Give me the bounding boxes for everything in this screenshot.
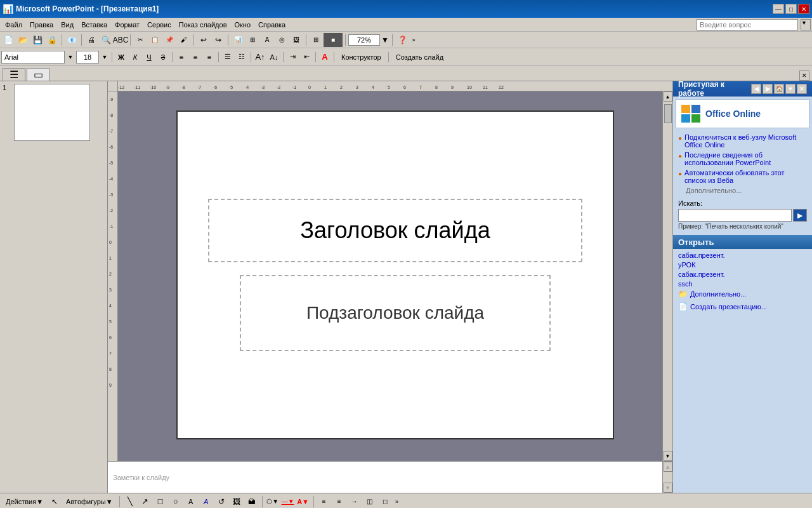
insert-diagram-btn[interactable]: ◎ <box>275 33 289 47</box>
menu-edit[interactable]: Правка <box>26 20 57 30</box>
menu-help[interactable]: Справка <box>254 20 289 30</box>
font-dropdown[interactable]: ▼ <box>66 50 75 64</box>
numbering-btn[interactable]: ☷ <box>235 51 248 64</box>
file-item-0[interactable]: сабак.презент. <box>678 251 807 259</box>
close-button[interactable]: ✕ <box>798 4 809 14</box>
slide-canvas-area[interactable]: Заголовок слайда Подзаголовок слайда ▲ ▼ <box>118 91 672 461</box>
insert-table-btn[interactable]: ⊞ <box>246 33 259 47</box>
help-btn[interactable]: ❓ <box>395 33 409 47</box>
cut-btn[interactable]: ✂ <box>133 33 147 47</box>
decrease-indent-btn[interactable]: ⇤ <box>300 51 313 64</box>
align-right-btn[interactable]: ≡ <box>203 51 216 64</box>
underline-btn[interactable]: Ч <box>143 51 155 64</box>
canvas-vscrollbar[interactable]: ▲ ▼ <box>662 91 672 461</box>
strikethrough-btn[interactable]: З <box>157 51 169 64</box>
arrow-tool[interactable]: ↗ <box>138 495 152 509</box>
new-btn[interactable]: 📄 <box>1 33 15 47</box>
insert-clip-btn[interactable]: 🖼 <box>289 33 303 47</box>
link-news[interactable]: ● Последние сведения об использовании Po… <box>678 151 807 166</box>
fill-effects-btn[interactable]: ⬡▼ <box>266 495 280 509</box>
font-color-btn[interactable]: A <box>318 51 331 64</box>
menu-insert[interactable]: Вставка <box>77 20 111 30</box>
line-style-btn[interactable]: ≡ <box>317 495 331 509</box>
panel-back-btn[interactable]: ◀ <box>751 84 761 94</box>
link-auto-update[interactable]: ● Автоматически обновлять этот список из… <box>678 169 807 184</box>
menu-tools[interactable]: Сервис <box>143 20 175 30</box>
panel-search-input[interactable] <box>678 209 792 222</box>
notes-scroll-down[interactable]: ▼ <box>664 483 672 493</box>
tab-slides-outline[interactable]: ☰ <box>3 68 25 81</box>
slide-thumbnail-item[interactable]: 1 <box>3 84 105 141</box>
zoom-input[interactable]: 72% <box>348 34 380 46</box>
email-btn[interactable]: 📧 <box>65 33 79 47</box>
constructor-btn[interactable]: Конструктор <box>337 51 386 64</box>
line-color-btn[interactable]: —▼ <box>281 495 295 509</box>
file-item-3[interactable]: ssch <box>678 280 807 288</box>
fontsize-dropdown[interactable]: ▼ <box>100 50 109 64</box>
insert-wordart-btn[interactable]: A <box>260 33 274 47</box>
file-item-2[interactable]: сабак.презент. <box>678 271 807 278</box>
spellcheck-btn[interactable]: ABC <box>114 33 128 47</box>
help-search-dropdown[interactable]: ▼ <box>801 19 811 30</box>
permission-btn[interactable]: 🔒 <box>45 33 59 47</box>
3d-btn[interactable]: ◻ <box>378 495 392 509</box>
panel-home-btn[interactable]: 🏠 <box>774 84 784 94</box>
scroll-thumb-v[interactable] <box>664 104 672 123</box>
format-painter-btn[interactable]: 🖌 <box>177 33 191 47</box>
print-btn[interactable]: 🖨 <box>84 33 98 47</box>
scroll-up-btn[interactable]: ▲ <box>664 91 672 102</box>
menu-slideshow[interactable]: Показ слайдов <box>175 20 231 30</box>
create-slide-btn[interactable]: Создать слайд <box>391 51 448 64</box>
shadow-btn[interactable]: ◫ <box>363 495 377 509</box>
maximize-button[interactable]: □ <box>785 4 797 14</box>
align-left-btn[interactable]: ≡ <box>175 51 188 64</box>
panel-search-button[interactable]: ▶ <box>793 209 807 222</box>
panel-close-x-btn[interactable]: ✕ <box>797 84 807 94</box>
insert-picture-btn[interactable]: 🏔 <box>245 495 259 509</box>
zoom-dropdown[interactable]: ▼ <box>381 33 390 47</box>
slide-title-textbox[interactable]: Заголовок слайда <box>208 199 582 262</box>
menu-file[interactable]: Файл <box>1 20 26 30</box>
increase-indent-btn[interactable]: ⇥ <box>286 51 299 64</box>
panel-close-btn[interactable]: ✕ <box>799 70 809 81</box>
rotate-tool[interactable]: ↺ <box>214 495 228 509</box>
link-connect[interactable]: ● Подключиться к веб-узлу Microsoft Offi… <box>678 133 807 149</box>
panel-collapse-btn[interactable]: ▼ <box>785 84 796 94</box>
line-width-btn[interactable]: ≡ <box>332 495 346 509</box>
help-search-input[interactable] <box>697 19 798 30</box>
color-scheme-btn[interactable]: ■ <box>324 33 343 47</box>
new-presentation-btn[interactable]: 📄 Создать презентацию... <box>673 300 812 314</box>
arrow-style-btn[interactable]: → <box>348 495 362 509</box>
wordart-tool[interactable]: A <box>199 495 213 509</box>
undo-btn[interactable]: ↩ <box>197 33 211 47</box>
open-btn[interactable]: 📂 <box>16 33 30 47</box>
autoshapes-dropdown[interactable]: Автофигуры ▼ <box>63 495 115 509</box>
rect-tool[interactable]: □ <box>154 495 167 509</box>
menu-format[interactable]: Формат <box>111 20 143 30</box>
folder-more-link[interactable]: 📁 Дополнительно... <box>678 290 807 298</box>
textbox-tool[interactable]: A <box>184 495 198 509</box>
redo-btn[interactable]: ↪ <box>211 33 225 47</box>
font-color-draw-btn[interactable]: A▼ <box>296 495 310 509</box>
show-grid-btn[interactable]: ⊞ <box>309 33 323 47</box>
minimize-button[interactable]: — <box>773 4 784 14</box>
menu-view[interactable]: Вид <box>57 20 77 30</box>
notes-scroll-up[interactable]: ▲ <box>664 462 672 472</box>
panel-forward-btn[interactable]: ▶ <box>763 84 773 94</box>
paste-btn[interactable]: 📌 <box>162 33 176 47</box>
bold-btn[interactable]: Ж <box>115 51 128 64</box>
file-item-1[interactable]: уРОК <box>678 261 807 269</box>
clipart-btn[interactable]: 🖼 <box>230 495 244 509</box>
align-center-btn[interactable]: ≡ <box>189 51 202 64</box>
bullets-btn[interactable]: ☰ <box>221 51 234 64</box>
tab-slides-view[interactable]: ▭ <box>27 68 49 81</box>
font-selector[interactable]: Arial <box>1 51 65 64</box>
decrease-font-btn[interactable]: A↓ <box>268 51 280 64</box>
slide-canvas[interactable]: Заголовок слайда Подзаголовок слайда <box>176 110 614 439</box>
preview-btn[interactable]: 🔍 <box>99 33 113 47</box>
toolbar-more-btn[interactable]: » <box>410 33 417 47</box>
notes-area[interactable]: Заметки к слайду ▲ ▼ <box>108 461 672 493</box>
italic-btn[interactable]: К <box>129 51 141 64</box>
save-btn[interactable]: 💾 <box>30 33 44 47</box>
increase-font-btn[interactable]: A↑ <box>254 51 266 64</box>
